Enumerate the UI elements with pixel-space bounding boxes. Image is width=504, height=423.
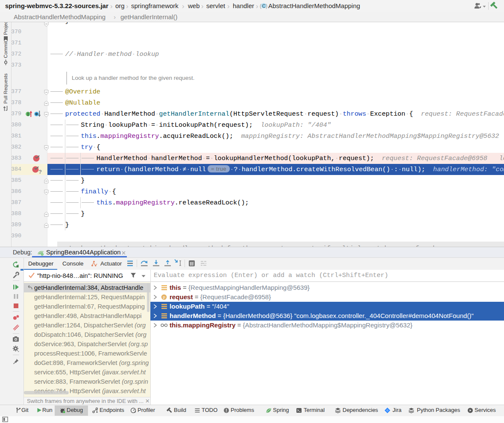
svg-text:p: p [163,295,165,299]
svg-text:?: ? [38,169,42,175]
svg-text:I: I [27,112,29,117]
svg-text:C: C [262,3,266,9]
svg-text:): ) [266,3,267,9]
